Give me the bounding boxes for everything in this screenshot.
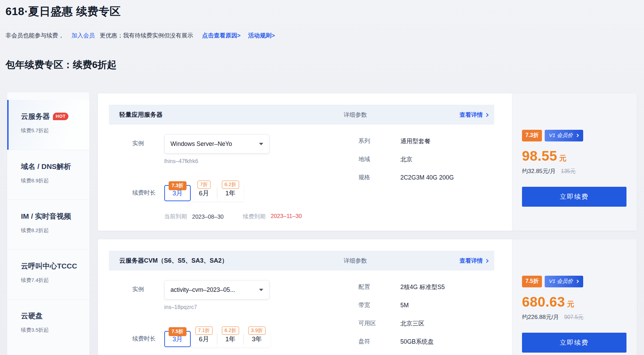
sidebar-item-cloud-server[interactable]: 云服务器HOT 续费5.7折起 — [7, 100, 89, 150]
duration-label: 续费时长 — [132, 331, 164, 347]
sidebar-item-label: IM / 实时音视频 — [21, 212, 71, 220]
chevron-right-icon — [576, 134, 579, 137]
duration-option-label: 1年 — [225, 189, 236, 198]
duration-option-label: 6月 — [199, 335, 209, 344]
spec-label: 配置 — [358, 282, 400, 292]
sidebar-item-label: 域名 / DNS解析 — [21, 162, 71, 170]
renew-expiry-label: 续费到期 — [243, 213, 266, 220]
sidebar-item-discount: 续费8.2折起 — [21, 227, 86, 234]
duration-option-6m[interactable]: 7.1折 6月 — [191, 331, 217, 347]
instance-control: activity–cvm–2023–05... ins–18pqzrc7 — [164, 280, 269, 310]
view-reason-link[interactable]: 点击查看原因> — [202, 32, 241, 39]
current-expiry-label: 当前到期 — [164, 213, 187, 220]
view-detail-link[interactable]: 查看详情 — [459, 111, 488, 119]
duration-option-1y[interactable]: 6.2折 1年 — [217, 185, 244, 201]
sidebar-item-discount: 续费3.5折起 — [21, 327, 86, 333]
monthly-price: 约226.88元/月 — [522, 314, 559, 320]
sidebar-item-im-trtc[interactable]: IM / 实时音视频 续费8.2折起 — [7, 199, 89, 249]
sidebar-item-discount: 续费8.9折起 — [21, 178, 86, 184]
monthly-price-row: 约32.85元/月135元 — [522, 167, 626, 175]
discount-badge: 7.3折 — [168, 181, 187, 190]
instance-control: Windows Server–NeYo lhins–47fkfrk6 — [164, 134, 269, 164]
spec-row: 规格 2C2G3M 40G 200G — [358, 173, 454, 182]
duration-option-label: 3年 — [252, 335, 262, 344]
price-panel: 7.3折 V1 会员价 98.55 元 约32.85元/月135元 立即续费 — [512, 93, 637, 231]
spec-label: 系列 — [358, 136, 400, 146]
expiry-row: 当前到期 2023–08–30 续费到期 2023–11–30 — [164, 213, 494, 220]
spec-list: 配置 2核4G 标准型S5 带宽 5M 可用区 北京三区 盘符 50GB系统盘 — [358, 282, 445, 355]
discount-badge: 3.9折 — [248, 327, 266, 335]
sidebar-item-domain-dns[interactable]: 域名 / DNS解析 续费8.9折起 — [7, 150, 89, 199]
activity-rules-link[interactable]: 活动规则> — [248, 32, 275, 39]
sidebar-item-label: 云服务器 — [21, 112, 50, 120]
spec-row: 可用区 北京三区 — [358, 319, 445, 328]
caret-down-icon — [259, 289, 263, 291]
caret-down-icon — [259, 143, 263, 145]
product-card-cvm: 云服务器CVM（S6、S5、SA3、SA2） 详细参数 查看详情 实例 acti… — [98, 239, 637, 355]
duration-option-1y[interactable]: 6.2折 1年 — [217, 331, 244, 347]
instance-select[interactable]: Windows Server–NeYo — [164, 134, 269, 153]
renew-now-button[interactable]: 立即续费 — [522, 333, 626, 353]
spec-value: 北京三区 — [400, 319, 424, 328]
view-detail-link[interactable]: 查看详情 — [459, 257, 488, 265]
renew-expiry-date: 2023–11–30 — [271, 213, 302, 220]
spec-value: 2核4G 标准型S5 — [400, 282, 445, 292]
duration-option-3m[interactable]: 7.5折 3月 — [164, 331, 191, 347]
discount-badge: 7.1折 — [195, 327, 213, 335]
sidebar-item-discount: 续费5.7折起 — [21, 127, 86, 134]
card-main-section: 云服务器CVM（S6、S5、SA3、SA2） 详细参数 查看详情 实例 acti… — [98, 239, 512, 355]
sidebar-item-label: 云呼叫中心TCCC — [21, 262, 77, 270]
vip-price-badge[interactable]: V1 会员价 — [545, 276, 583, 287]
price-unit: 元 — [567, 299, 574, 309]
spec-value: 5M — [400, 300, 409, 310]
category-sidebar: 云服务器HOT 续费5.7折起 域名 / DNS解析 续费8.9折起 IM / … — [7, 92, 90, 355]
renew-now-button[interactable]: 立即续费 — [522, 187, 626, 207]
duration-option-3y[interactable]: 3.9折 3年 — [244, 331, 270, 347]
instance-id: ins–18pqzrc7 — [164, 304, 269, 310]
discount-badge: 7.5折 — [522, 276, 542, 287]
card-header: 云服务器CVM（S6、S5、SA3、SA2） 详细参数 查看详情 — [109, 251, 494, 271]
instance-label: 实例 — [132, 280, 164, 310]
price-unit: 元 — [559, 153, 567, 163]
page-title: 618·夏日盛惠 续费专区 — [5, 4, 121, 19]
spec-row: 盘符 50GB系统盘 — [358, 337, 445, 346]
price-row: 98.55 元 — [522, 148, 626, 164]
duration-option-3m[interactable]: 7.3折 3月 — [164, 185, 191, 201]
discount-badge: 7.5折 — [168, 327, 187, 336]
duration-options: 7.3折 3月 7折 6月 6.2折 1年 — [164, 185, 244, 201]
join-member-link[interactable]: 加入会员 — [71, 32, 95, 39]
product-card-lighthouse: 轻量应用服务器 详细参数 查看详情 实例 Windows Server–NeYo… — [98, 93, 637, 231]
discount-badge: 6.2折 — [222, 327, 239, 335]
sidebar-item-discount: 续费7.4折起 — [21, 277, 86, 284]
sidebar-item-tccc[interactable]: 云呼叫中心TCCC 续费7.4折起 — [7, 249, 89, 299]
vip-price-badge[interactable]: V1 会员价 — [545, 130, 583, 141]
duration-option-6m[interactable]: 7折 6月 — [191, 185, 217, 201]
spec-label: 地域 — [358, 154, 400, 164]
duration-options: 7.5折 3月 7.1折 6月 6.2折 1年 3.9折 3年 — [164, 331, 270, 347]
instance-label: 实例 — [132, 134, 164, 164]
original-price: 907.5元 — [564, 314, 584, 320]
spec-label: 可用区 — [358, 319, 400, 328]
monthly-price: 约32.85元/月 — [522, 168, 556, 174]
duration-label: 续费时长 — [132, 185, 164, 201]
spec-row: 带宽 5M — [358, 300, 445, 310]
hot-badge: HOT — [53, 113, 68, 120]
discount-badge: 7.3折 — [522, 130, 542, 141]
subtitle-text-1: 非会员也能参与续费， — [5, 32, 64, 39]
sidebar-item-title-row: 云服务器HOT — [21, 112, 86, 121]
subtitle-text-2: 更优惠；我有待续费实例但没有展示 — [100, 32, 193, 39]
sidebar-item-cloud-disk[interactable]: 云硬盘 续费3.5折起 — [7, 299, 89, 349]
instance-id: lhins–47fkfrk6 — [164, 158, 269, 164]
params-label: 详细参数 — [344, 257, 367, 265]
spec-row: 地域 北京 — [358, 154, 454, 164]
duration-option-label: 1年 — [225, 335, 236, 344]
spec-label: 带宽 — [358, 300, 400, 310]
product-title: 云服务器CVM（S6、S5、SA3、SA2） — [119, 256, 344, 265]
instance-select[interactable]: activity–cvm–2023–05... — [164, 280, 269, 299]
spec-value: 50GB系统盘 — [400, 337, 434, 346]
spec-value: 2C2G3M 40G 200G — [400, 173, 454, 182]
price-row: 680.63 元 — [522, 294, 626, 310]
spec-list: 系列 通用型套餐 地域 北京 规格 2C2G3M 40G 200G — [358, 136, 454, 191]
spec-label: 盘符 — [358, 337, 400, 346]
monthly-price-row: 约226.88元/月907.5元 — [522, 313, 626, 321]
